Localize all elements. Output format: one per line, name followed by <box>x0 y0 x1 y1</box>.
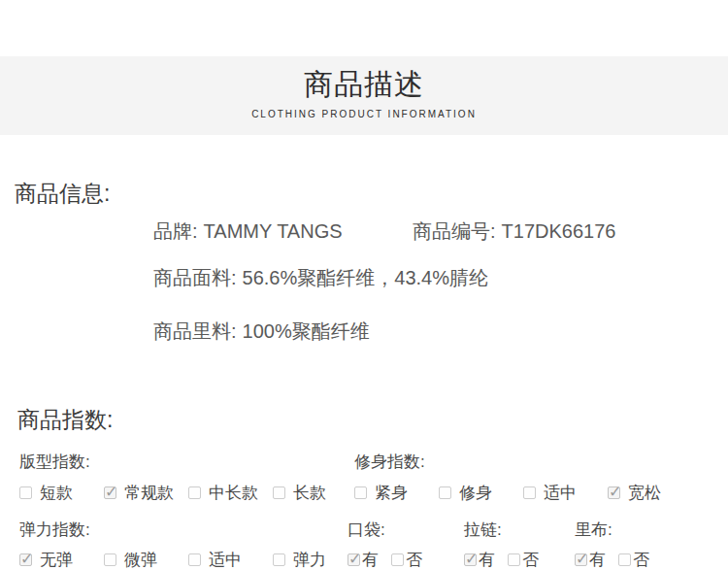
checkbox-moderate-stretch[interactable] <box>188 553 201 566</box>
option-label: 长款 <box>293 482 326 504</box>
product-description-page: 商品描述 CLOTHING PRODUCT INFORMATION 商品信息: … <box>0 0 728 570</box>
option-label: 否 <box>633 549 649 570</box>
zipper-label: 拉链: <box>464 520 502 540</box>
option-tight: 紧身 <box>354 482 439 504</box>
checkbox-pocket-no[interactable] <box>391 553 404 566</box>
page-title: 商品描述 <box>0 67 728 102</box>
checkbox-micro-stretch[interactable] <box>104 553 116 566</box>
option-lining-no: 否 <box>618 549 649 570</box>
slim-index-label: 修身指数: <box>354 453 425 472</box>
lining-fabric-row: 商品里料:100%聚酯纤维 <box>153 319 370 343</box>
fit-index-label: 版型指数: <box>19 453 90 472</box>
sku-label: 商品编号: <box>413 220 496 242</box>
brand-label: 品牌: <box>153 220 198 242</box>
stretch-options-row: 无弹 微弹 适中 弹力 <box>19 550 357 569</box>
sku-pair: 商品编号:T17DK66176 <box>413 219 615 243</box>
option-moderate-stretch: 适中 <box>188 549 273 570</box>
option-label: 有 <box>589 549 606 570</box>
checkbox-lining-yes[interactable] <box>575 553 587 566</box>
option-label: 适中 <box>544 482 577 504</box>
brand-sku-row: 品牌:TAMMY TANGS 商品编号:T17DK66176 <box>153 219 343 243</box>
zipper-options-row: 有 否 <box>464 550 539 569</box>
option-zipper-yes: 有 <box>464 549 495 570</box>
option-regular: 常规款 <box>104 482 188 504</box>
stretch-index-label: 弹力指数: <box>19 520 90 540</box>
checkbox-zipper-yes[interactable] <box>464 553 477 566</box>
fit-options-row: 短款 常规款 中长款 长款 <box>19 483 357 502</box>
option-label: 无弹 <box>40 549 73 570</box>
option-no-stretch: 无弹 <box>19 549 104 570</box>
product-info-heading: 商品信息: <box>15 180 110 207</box>
pocket-label: 口袋: <box>347 520 385 540</box>
fabric-row: 商品面料:56.6%聚酯纤维，43.4%腈纶 <box>153 266 488 289</box>
option-label: 微弹 <box>124 549 157 570</box>
option-loose: 宽松 <box>608 482 692 504</box>
checkbox-pocket-yes[interactable] <box>347 553 360 566</box>
lining-label: 里布: <box>575 520 612 540</box>
option-label: 否 <box>522 549 539 570</box>
option-stretch: 弹力 <box>273 549 357 570</box>
checkbox-mid-long[interactable] <box>188 486 201 499</box>
pocket-options-row: 有 否 <box>347 550 422 569</box>
option-label: 有 <box>362 549 379 570</box>
option-label: 常规款 <box>124 482 174 504</box>
option-label: 修身 <box>459 482 492 504</box>
option-label: 有 <box>479 549 495 570</box>
brand-pair: 品牌:TAMMY TANGS <box>153 220 343 242</box>
option-short: 短款 <box>19 482 104 504</box>
checkbox-lining-no[interactable] <box>618 553 631 566</box>
checkbox-long[interactable] <box>273 486 285 499</box>
lining-fabric-label: 商品里料: <box>153 320 237 342</box>
brand-value: TAMMY TANGS <box>204 220 343 242</box>
checkbox-loose[interactable] <box>608 486 620 499</box>
option-zipper-no: 否 <box>508 549 539 570</box>
option-label: 否 <box>406 549 422 570</box>
option-slim: 修身 <box>439 482 523 504</box>
checkbox-moderate-fit[interactable] <box>523 486 536 499</box>
product-index-heading: 商品指数: <box>17 406 113 433</box>
option-moderate-fit: 适中 <box>523 482 608 504</box>
checkbox-short[interactable] <box>19 486 32 499</box>
option-lining-yes: 有 <box>575 549 606 570</box>
option-mid-long: 中长款 <box>188 482 273 504</box>
option-long: 长款 <box>273 482 357 504</box>
sku-value: T17DK66176 <box>502 220 616 242</box>
option-pocket-no: 否 <box>391 549 422 570</box>
option-micro-stretch: 微弹 <box>104 549 188 570</box>
option-label: 宽松 <box>628 482 661 504</box>
lining-fabric-value: 100%聚酯纤维 <box>243 320 370 342</box>
slim-options-row: 紧身 修身 适中 宽松 <box>354 483 692 502</box>
checkbox-stretch[interactable] <box>273 553 285 566</box>
option-label: 适中 <box>209 549 242 570</box>
option-label: 短款 <box>40 482 73 504</box>
checkbox-no-stretch[interactable] <box>19 553 32 566</box>
option-label: 中长款 <box>209 482 258 504</box>
fabric-value: 56.6%聚酯纤维，43.4%腈纶 <box>243 267 488 288</box>
option-pocket-yes: 有 <box>347 549 379 570</box>
page-subtitle: CLOTHING PRODUCT INFORMATION <box>0 109 728 120</box>
checkbox-zipper-no[interactable] <box>508 553 520 566</box>
option-label: 弹力 <box>293 549 326 570</box>
header-band: 商品描述 CLOTHING PRODUCT INFORMATION <box>0 56 728 135</box>
option-label: 紧身 <box>375 482 408 504</box>
fabric-label: 商品面料: <box>153 267 237 288</box>
checkbox-tight[interactable] <box>354 486 367 499</box>
checkbox-regular[interactable] <box>104 486 116 499</box>
checkbox-slim[interactable] <box>439 486 451 499</box>
lining-options-row: 有 否 <box>575 550 649 569</box>
